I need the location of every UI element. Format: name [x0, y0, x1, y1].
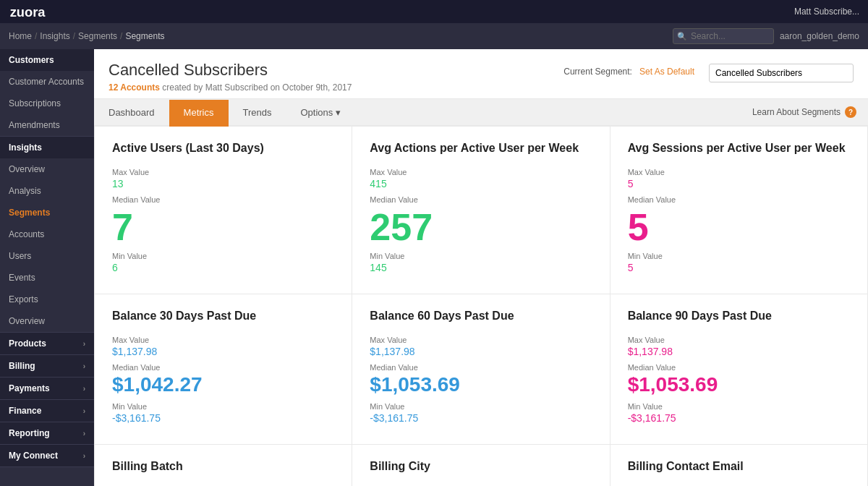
- metric-title-0: Active Users (Last 30 Days): [112, 141, 334, 156]
- metric-label-median-0: Median Value: [112, 195, 334, 204]
- metric-label-max-3: Max Value: [112, 336, 334, 344]
- metric-card-active-users: Active Users (Last 30 Days) Max Value 13…: [95, 127, 352, 294]
- metric-title-2: Avg Sessions per Active User per Week: [628, 141, 850, 156]
- metric-row-min-5: Min Value -$3,161.75: [628, 402, 850, 424]
- metric-title-6: Billing Batch: [112, 459, 334, 474]
- sidebar-header-reporting[interactable]: Reporting ›: [0, 422, 94, 444]
- metric-row-min-1: Min Value 145: [370, 252, 592, 273]
- sidebar-item-overview[interactable]: Overview: [0, 158, 94, 180]
- accounts-count[interactable]: 12 Accounts: [109, 82, 160, 93]
- metric-value-min-2: 5: [628, 262, 850, 273]
- metric-value-max-5: $1,137.98: [628, 346, 850, 357]
- metric-value-min-3: -$3,161.75: [112, 412, 334, 424]
- tab-metrics[interactable]: Metrics: [169, 100, 229, 127]
- metric-value-max-2: 5: [628, 178, 850, 189]
- sidebar-section-customers: Customers Customer Accounts Subscription…: [0, 49, 94, 137]
- metric-label-median-2: Median Value: [628, 195, 850, 204]
- sidebar-item-events[interactable]: Events: [0, 267, 94, 289]
- sidebar-item-analysis[interactable]: Analysis: [0, 180, 94, 202]
- sidebar-item-accounts[interactable]: Accounts: [0, 223, 94, 245]
- metric-row-median-0: Median Value 7: [112, 195, 334, 246]
- metric-value-median-4: $1,053.69: [370, 373, 592, 396]
- logo: zuora: [9, 4, 59, 19]
- sidebar-section-reporting: Reporting ›: [0, 422, 94, 445]
- tab-dashboard[interactable]: Dashboard: [94, 100, 169, 127]
- sidebar-section-billing: Billing ›: [0, 355, 94, 378]
- segment-select-input[interactable]: [709, 64, 854, 82]
- segment-label: Current Segment:: [563, 67, 632, 77]
- sidebar-header-products[interactable]: Products ›: [0, 333, 94, 354]
- metric-value-median-2: 5: [628, 208, 850, 246]
- subtitle-rest: created by Matt Subscribed on October 9t…: [162, 82, 352, 93]
- metric-label-min-2: Min Value: [628, 252, 850, 260]
- finance-arrow-icon: ›: [83, 407, 85, 415]
- metric-card-avg-actions: Avg Actions per Active User per Week Max…: [352, 127, 610, 294]
- metrics-grid: Active Users (Last 30 Days) Max Value 13…: [94, 127, 868, 486]
- metric-card-billing-contact-email: Billing Contact Email: [610, 445, 868, 486]
- metric-value-median-3: $1,042.27: [112, 373, 334, 396]
- breadcrumb-current: Segments: [125, 31, 164, 41]
- metric-title-7: Billing City: [370, 459, 592, 474]
- sidebar-item-exports[interactable]: Exports: [0, 289, 94, 310]
- metric-card-billing-batch: Billing Batch: [95, 445, 352, 486]
- sidebar-header-customers[interactable]: Customers: [0, 49, 94, 71]
- sidebar-item-overview2[interactable]: Overview: [0, 310, 94, 332]
- metric-label-median-5: Median Value: [628, 363, 850, 372]
- search-icon: 🔍: [677, 32, 687, 41]
- metric-card-balance-60: Balance 60 Days Past Due Max Value $1,13…: [352, 294, 610, 445]
- breadcrumb-insights[interactable]: Insights: [40, 31, 69, 41]
- sidebar-header-myconnect[interactable]: My Connect ›: [0, 445, 94, 466]
- tab-trends[interactable]: Trends: [229, 100, 286, 127]
- billing-arrow-icon: ›: [83, 362, 85, 370]
- set-as-default-link[interactable]: Set As Default: [639, 67, 694, 77]
- metric-label-min-4: Min Value: [370, 402, 592, 411]
- title-area: Cancelled Subscribers 12 Accounts create…: [109, 61, 352, 93]
- metric-value-min-1: 145: [370, 262, 592, 273]
- metric-row-min-2: Min Value 5: [628, 252, 850, 273]
- metric-row-min-4: Min Value -$3,161.75: [370, 402, 592, 424]
- sidebar-header-payments[interactable]: Payments ›: [0, 378, 94, 399]
- metric-row-max-2: Max Value 5: [628, 168, 850, 189]
- sidebar-item-segments[interactable]: Segments: [0, 202, 94, 223]
- page-subtitle: 12 Accounts created by Matt Subscribed o…: [109, 82, 352, 93]
- metric-row-median-2: Median Value 5: [628, 195, 850, 246]
- learn-segment-text: Learn About Segments: [752, 107, 841, 117]
- segment-control: Current Segment: Set As Default: [563, 61, 854, 82]
- breadcrumb-home[interactable]: Home: [9, 31, 32, 41]
- metric-label-min-5: Min Value: [628, 402, 850, 411]
- breadcrumb-segments[interactable]: Segments: [78, 31, 117, 41]
- metric-label-min-0: Min Value: [112, 252, 334, 260]
- metric-card-avg-sessions: Avg Sessions per Active User per Week Ma…: [610, 127, 868, 294]
- tabs-bar: Dashboard Metrics Trends Options ▾ Learn…: [94, 99, 868, 127]
- metric-label-max-2: Max Value: [628, 168, 850, 176]
- metric-label-max-1: Max Value: [370, 168, 592, 176]
- metric-row-max-4: Max Value $1,137.98: [370, 336, 592, 357]
- sidebar-item-users[interactable]: Users: [0, 245, 94, 267]
- metric-label-min-1: Min Value: [370, 252, 592, 260]
- metric-row-median-4: Median Value $1,053.69: [370, 363, 592, 396]
- metric-row-max-3: Max Value $1,137.98: [112, 336, 334, 357]
- sidebar-item-subscriptions[interactable]: Subscriptions: [0, 93, 94, 114]
- metric-card-billing-city: Billing City: [352, 445, 610, 486]
- sidebar-header-insights[interactable]: Insights: [0, 137, 94, 158]
- sidebar: Customers Customer Accounts Subscription…: [0, 49, 94, 486]
- search-input[interactable]: [673, 28, 774, 44]
- metric-label-max-5: Max Value: [628, 336, 850, 344]
- metric-row-median-3: Median Value $1,042.27: [112, 363, 334, 396]
- sidebar-header-billing[interactable]: Billing ›: [0, 355, 94, 377]
- sidebar-header-finance[interactable]: Finance ›: [0, 400, 94, 422]
- sidebar-item-customer-accounts[interactable]: Customer Accounts: [0, 71, 94, 93]
- payments-arrow-icon: ›: [83, 385, 85, 393]
- sidebar-section-myconnect: My Connect ›: [0, 445, 94, 467]
- tab-options[interactable]: Options ▾: [286, 100, 355, 127]
- sidebar-item-amendments[interactable]: Amendments: [0, 114, 94, 136]
- metric-row-max-0: Max Value 13: [112, 168, 334, 189]
- metric-row-min-3: Min Value -$3,161.75: [112, 402, 334, 424]
- topbar: zuora Matt Subscribe...: [0, 0, 868, 23]
- topbar-user: Matt Subscribe...: [794, 7, 859, 17]
- metric-value-min-0: 6: [112, 262, 334, 273]
- breadcrumb: Home / Insights / Segments / Segments: [9, 31, 667, 41]
- metrics-area: Active Users (Last 30 Days) Max Value 13…: [94, 127, 868, 486]
- metric-row-max-1: Max Value 415: [370, 168, 592, 189]
- metric-card-balance-30: Balance 30 Days Past Due Max Value $1,13…: [95, 294, 352, 445]
